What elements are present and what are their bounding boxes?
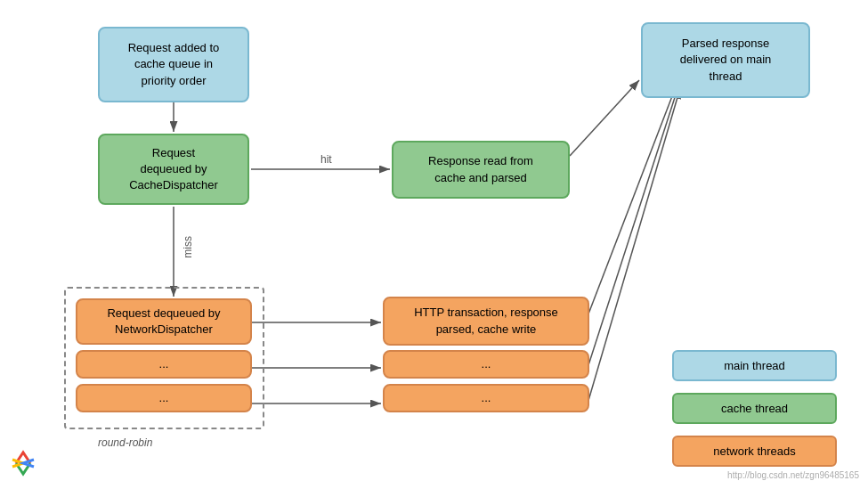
network-dots1-node: ...	[76, 350, 252, 379]
svg-line-5	[570, 80, 639, 156]
svg-line-6	[588, 85, 677, 316]
network-dots1-label: ...	[159, 356, 169, 372]
miss-label: miss	[182, 236, 194, 258]
http-transaction-node: HTTP transaction, response parsed, cache…	[383, 297, 589, 346]
legend-network-threads: network threads	[672, 436, 837, 467]
round-robin-label: round-robin	[98, 436, 152, 449]
http-dots2-label: ...	[482, 390, 491, 406]
network-dots2-node: ...	[76, 384, 252, 412]
http-dots1-node: ...	[383, 350, 589, 379]
diagram: Request added to cache queue in priority…	[0, 0, 868, 489]
legend-network-threads-label: network threads	[713, 444, 796, 458]
response-cache-label: Response read from cache and parsed	[428, 153, 533, 185]
parsed-response-node: Parsed response delivered on main thread	[641, 22, 810, 98]
cache-queue-label: Request added to cache queue in priority…	[128, 40, 220, 89]
legend-main-thread-label: main thread	[724, 359, 785, 372]
cache-dispatcher-label: Request dequeued by CacheDispatcher	[129, 145, 218, 194]
parsed-response-label: Parsed response delivered on main thread	[680, 36, 772, 85]
svg-line-7	[588, 86, 678, 368]
network-dispatcher-label: Request dequeued by NetworkDispatcher	[107, 306, 220, 338]
watermark: http://blog.csdn.net/zgn96485165	[727, 470, 859, 480]
svg-line-8	[588, 88, 680, 403]
network-dispatcher-node: Request dequeued by NetworkDispatcher	[76, 298, 252, 345]
legend-cache-thread: cache thread	[672, 393, 837, 424]
cache-queue-node: Request added to cache queue in priority…	[98, 27, 249, 102]
network-dots2-label: ...	[159, 390, 169, 406]
cache-dispatcher-node: Request dequeued by CacheDispatcher	[98, 134, 249, 205]
http-transaction-label: HTTP transaction, response parsed, cache…	[414, 305, 558, 337]
legend-main-thread: main thread	[672, 350, 837, 381]
logo	[9, 449, 37, 480]
http-dots1-label: ...	[482, 356, 491, 372]
http-dots2-node: ...	[383, 384, 589, 412]
legend-cache-thread-label: cache thread	[721, 402, 788, 415]
hit-label: hit	[320, 153, 332, 166]
response-cache-node: Response read from cache and parsed	[392, 141, 570, 199]
